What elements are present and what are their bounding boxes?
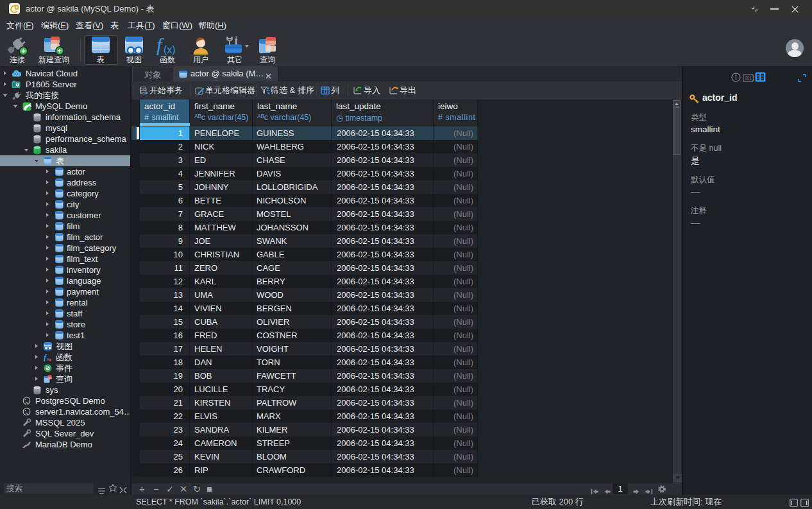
svg-text:x: x: [47, 356, 49, 361]
svg-text:(x): (x): [164, 44, 176, 55]
svg-text:001: 001: [745, 76, 752, 80]
